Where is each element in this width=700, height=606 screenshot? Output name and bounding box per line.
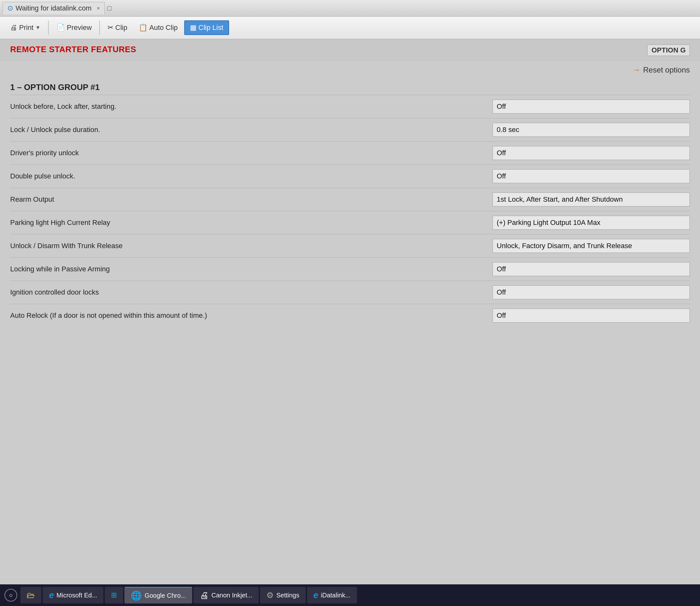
clip-list-button[interactable]: ▦ Clip List [184,20,229,35]
option-row-7: Locking while in Passive Arming Off [10,257,690,281]
start-circle-icon: ○ [4,589,17,602]
clip-button[interactable]: ✂ Clip [102,21,132,34]
content-header: REMOTE STARTER FEATURES OPTION G [0,40,700,61]
option-row-4: Rearm Output 1st Lock, After Start, and … [10,188,690,211]
chrome-icon: 🌐 [131,590,142,601]
option-label-7: Locking while in Passive Arming [10,265,493,273]
taskbar-edge-button[interactable]: e Microsoft Ed... [43,587,103,603]
option-value-0[interactable]: Off [493,99,690,114]
option-value-6[interactable]: Unlock, Factory Disarm, and Trunk Releas… [493,239,690,253]
section-title: REMOTE STARTER FEATURES [10,45,136,54]
taskbar-printer-button[interactable]: 🖨 Canon Inkjet... [193,587,259,603]
auto-clip-button[interactable]: 📋 Auto Clip [134,21,183,34]
option-value-9[interactable]: Off [493,308,690,323]
auto-clip-icon: 📋 [139,24,147,32]
option-label-2: Driver's priority unlock [10,149,493,157]
clip-list-label: Clip List [199,24,224,32]
option-label-4: Rearm Output [10,195,493,204]
tab-area: ⊙ Waiting for idatalink.com × □ [3,2,114,14]
taskbar-edge-label: Microsoft Ed... [56,592,97,599]
clip-list-icon: ▦ [190,24,196,32]
taskbar-settings-button[interactable]: ⚙ Settings [260,587,305,603]
option-row-8: Ignition controlled door locks Off [10,281,690,304]
option-row-1: Lock / Unlock pulse duration. 0.8 sec [10,118,690,141]
reset-arrow-icon: → [632,65,640,75]
taskbar-chrome-button[interactable]: 🌐 Google Chro... [124,587,192,603]
taskbar-printer-label: Canon Inkjet... [211,592,252,599]
print-dropdown-arrow[interactable]: ▼ [35,25,40,30]
tab-title: Waiting for idatalink.com [16,4,92,13]
windows-icon: ⊞ [111,591,117,599]
print-label: Print [19,24,33,32]
new-tab-button[interactable]: □ [105,3,114,14]
taskbar-folder-button[interactable]: 🗁 [20,587,41,603]
reset-options-area: → Reset options [0,61,700,78]
option-row-9: Auto Relock (If a door is not opened wit… [10,304,690,327]
option-label-5: Parking light High Current Relay [10,218,493,227]
option-row-5: Parking light High Current Relay (+) Par… [10,211,690,234]
option-value-1[interactable]: 0.8 sec [493,123,690,137]
settings-icon: ⚙ [266,590,274,600]
preview-button[interactable]: 📄 Preview [51,21,97,34]
option-label-1: Lock / Unlock pulse duration. [10,126,493,134]
option-group-title: 1 – OPTION GROUP #1 [10,78,690,95]
option-value-4[interactable]: 1st Lock, After Start, and After Shutdow… [493,192,690,207]
option-label-8: Ignition controlled door locks [10,288,493,297]
option-label-6: Unlock / Disarm With Trunk Release [10,242,493,250]
toolbar-separator-1 [48,21,49,35]
folder-icon: 🗁 [27,590,35,600]
taskbar-settings-label: Settings [276,592,299,599]
reset-options-label: Reset options [643,66,690,74]
option-value-5[interactable]: (+) Parking Light Output 10A Max [493,216,690,230]
option-label-0: Unlock before, Lock after, starting. [10,102,493,111]
taskbar-start-button[interactable]: ○ [3,587,19,603]
option-value-7[interactable]: Off [493,262,690,276]
print-icon: 🖨 [10,24,17,32]
toolbar-separator-2 [99,21,100,35]
idatalink-icon: e [313,590,319,600]
taskbar-idatalink-label: iDatalink... [321,592,350,599]
option-row-0: Unlock before, Lock after, starting. Off [10,95,690,118]
option-label-9: Auto Relock (If a door is not opened wit… [10,311,493,320]
options-container: 1 – OPTION GROUP #1 Unlock before, Lock … [0,78,700,584]
clip-label: Clip [115,24,127,32]
option-row-6: Unlock / Disarm With Trunk Release Unloc… [10,234,690,257]
option-value-3[interactable]: Off [493,169,690,183]
option-row-3: Double pulse unlock. Off [10,164,690,188]
printer-icon: 🖨 [200,590,209,601]
clip-icon: ✂ [108,24,113,32]
tab-close-button[interactable]: × [97,5,100,12]
print-button[interactable]: 🖨 Print ▼ [5,21,46,34]
taskbar-idatalink-button[interactable]: e iDatalink... [307,587,357,603]
option-value-8[interactable]: Off [493,285,690,299]
title-bar: ⊙ Waiting for idatalink.com × □ [0,0,700,17]
option-value-2[interactable]: Off [493,146,690,160]
taskbar-windows-button[interactable]: ⊞ [105,587,123,603]
reset-options-button[interactable]: → Reset options [632,65,690,75]
preview-label: Preview [67,24,92,32]
toolbar: 🖨 Print ▼ 📄 Preview ✂ Clip 📋 Auto Clip ▦… [0,17,700,40]
auto-clip-label: Auto Clip [149,24,178,32]
edge-icon: e [49,590,54,600]
taskbar-chrome-label: Google Chro... [144,592,186,599]
option-label-3: Double pulse unlock. [10,172,493,180]
tab-loading-icon: ⊙ [7,4,13,13]
taskbar: ○ 🗁 e Microsoft Ed... ⊞ 🌐 Google Chro...… [0,584,700,606]
preview-icon: 📄 [56,24,65,32]
option-row-2: Driver's priority unlock Off [10,141,690,164]
browser-tab[interactable]: ⊙ Waiting for idatalink.com × [3,2,105,14]
option-group-right-label: OPTION G [647,45,690,56]
main-content: REMOTE STARTER FEATURES OPTION G → Reset… [0,40,700,584]
